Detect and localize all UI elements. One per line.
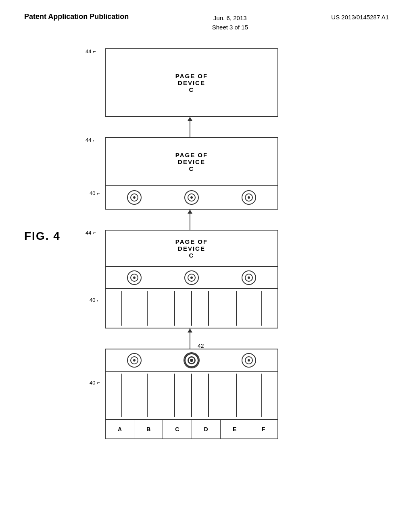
publication-number: US 2013/0145287 A1 [331, 12, 389, 21]
box4-tabs-row: A B C D E F [105, 419, 278, 439]
tab-C[interactable]: C [163, 420, 192, 438]
box3-content: PAGE OFDEVICEC [175, 238, 208, 259]
box4-lines-row: 40 ⌐ [105, 371, 278, 419]
ref-label-44-1: 44 ⌐ [86, 48, 96, 54]
box4: 40 ⌐ A B C D E [105, 349, 278, 439]
publication-title: Patent Application Publication [24, 12, 129, 21]
vline [208, 374, 209, 417]
tab-E[interactable]: E [221, 420, 249, 438]
vline [147, 291, 148, 326]
figure-label: FIG. 4 [24, 230, 60, 243]
icon-3-2 [184, 270, 199, 285]
box3-icons-row [105, 266, 278, 288]
ref-label-40-4: 40 ⌐ [90, 380, 100, 386]
vline [174, 374, 175, 417]
box2: 44 ⌐ PAGE OFDEVICEC 40 ⌐ [105, 137, 278, 210]
vline [121, 291, 122, 326]
tab-A[interactable]: A [106, 420, 134, 438]
tab-F[interactable]: F [249, 420, 277, 438]
ref-label-44-3: 44 ⌐ [86, 230, 96, 236]
vline [236, 291, 237, 326]
tab-D[interactable]: D [192, 420, 221, 438]
box3-lines-row: 40 ⌐ [105, 288, 278, 328]
vline [147, 374, 148, 417]
icon-4-2-highlighted [184, 353, 199, 368]
box1: 44 ⌐ PAGE OFDEVICEC [105, 48, 278, 117]
main-content: FIG. 4 44 ⌐ PAGE OFDEVICEC 44 ⌐ PAGE OFD… [0, 36, 413, 532]
icon-1 [127, 190, 142, 205]
vline [208, 291, 209, 326]
box3-top: 44 ⌐ PAGE OFDEVICEC [105, 230, 278, 266]
icon-3 [242, 190, 256, 205]
icon-4-3 [242, 353, 256, 368]
ref-label-42: 42 [198, 343, 204, 349]
box3: 44 ⌐ PAGE OFDEVICEC [105, 230, 278, 328]
tab-B[interactable]: B [134, 420, 163, 438]
vline [261, 291, 262, 326]
ref-label-40-2: 40 ⌐ [90, 190, 100, 196]
vline [261, 374, 262, 417]
diagram-area: 44 ⌐ PAGE OFDEVICEC 44 ⌐ PAGE OFDEVICEC … [81, 48, 343, 532]
arrow-2 [190, 210, 190, 230]
arrow-3 [190, 328, 190, 349]
box2-content: PAGE OFDEVICEC [175, 152, 208, 172]
publication-date: Jun. 6, 2013 Sheet 3 of 15 [212, 12, 248, 32]
box1-content: PAGE OFDEVICEC [175, 73, 208, 93]
icon-2 [184, 190, 199, 205]
vline [121, 374, 122, 417]
box4-icons-row [105, 349, 278, 371]
vline [191, 291, 192, 326]
icon-3-1 [127, 270, 142, 285]
ref-label-40-3: 40 ⌐ [90, 297, 100, 303]
vline [174, 291, 175, 326]
vline [236, 374, 237, 417]
icon-3-3 [242, 270, 256, 285]
ref-label-44-2: 44 ⌐ [86, 137, 96, 143]
page-header: Patent Application Publication Jun. 6, 2… [0, 0, 413, 36]
box2-icons-row: 40 ⌐ [105, 185, 278, 210]
vline [191, 374, 192, 417]
box2-top: 44 ⌐ PAGE OFDEVICEC [105, 137, 278, 185]
icon-4-1 [127, 353, 142, 368]
arrow-1 [190, 117, 190, 137]
